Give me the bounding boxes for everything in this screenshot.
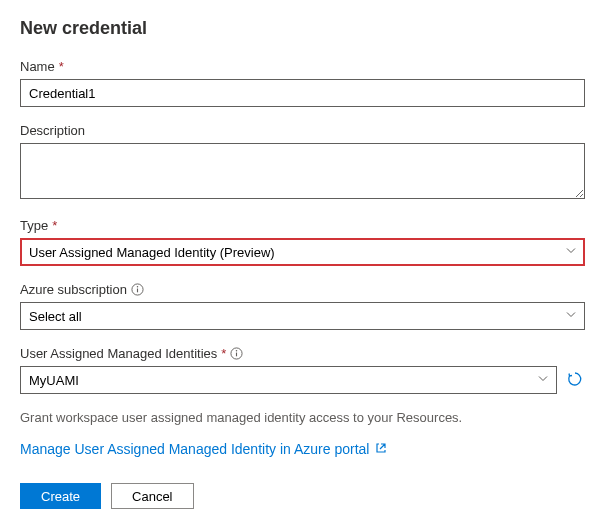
- svg-rect-2: [137, 289, 138, 293]
- info-icon[interactable]: [131, 283, 144, 296]
- description-label-text: Description: [20, 123, 85, 138]
- type-field: Type * User Assigned Managed Identity (P…: [20, 218, 585, 266]
- refresh-icon: [567, 371, 583, 390]
- svg-point-4: [236, 350, 237, 351]
- type-label-text: Type: [20, 218, 48, 233]
- identities-row: MyUAMI: [20, 366, 585, 394]
- description-field: Description: [20, 123, 585, 202]
- page-title: New credential: [20, 18, 585, 39]
- info-icon[interactable]: [230, 347, 243, 360]
- svg-point-1: [137, 286, 138, 287]
- name-field: Name *: [20, 59, 585, 107]
- name-label-text: Name: [20, 59, 55, 74]
- type-select[interactable]: User Assigned Managed Identity (Preview): [20, 238, 585, 266]
- type-label: Type *: [20, 218, 585, 233]
- svg-rect-5: [236, 353, 237, 357]
- required-indicator: *: [221, 346, 226, 361]
- link-text: Manage User Assigned Managed Identity in…: [20, 441, 369, 457]
- identities-select-wrapper: MyUAMI: [20, 366, 557, 394]
- identities-field: User Assigned Managed Identities * MyUAM…: [20, 346, 585, 394]
- identities-select[interactable]: MyUAMI: [20, 366, 557, 394]
- subscription-label-text: Azure subscription: [20, 282, 127, 297]
- manage-identity-link[interactable]: Manage User Assigned Managed Identity in…: [20, 441, 387, 457]
- description-label: Description: [20, 123, 585, 138]
- subscription-select[interactable]: Select all: [20, 302, 585, 330]
- subscription-select-wrapper: Select all: [20, 302, 585, 330]
- refresh-button[interactable]: [565, 369, 585, 392]
- required-indicator: *: [52, 218, 57, 233]
- type-select-wrapper: User Assigned Managed Identity (Preview): [20, 238, 585, 266]
- identities-label: User Assigned Managed Identities *: [20, 346, 585, 361]
- external-link-icon: [375, 441, 387, 457]
- required-indicator: *: [59, 59, 64, 74]
- name-input[interactable]: [20, 79, 585, 107]
- name-label: Name *: [20, 59, 585, 74]
- subscription-label: Azure subscription: [20, 282, 585, 297]
- identities-label-text: User Assigned Managed Identities: [20, 346, 217, 361]
- helper-text: Grant workspace user assigned managed id…: [20, 410, 585, 425]
- description-input[interactable]: [20, 143, 585, 199]
- subscription-field: Azure subscription Select all: [20, 282, 585, 330]
